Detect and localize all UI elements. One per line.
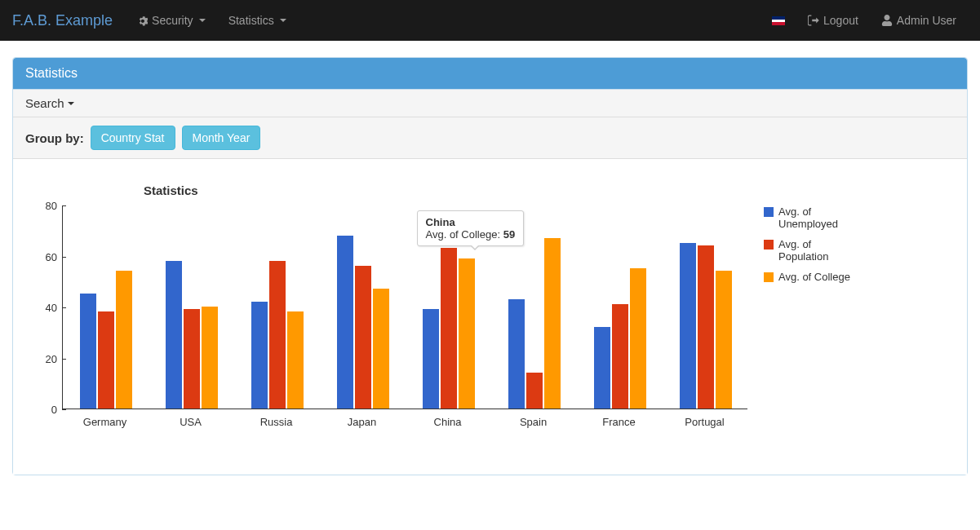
legend-label: Avg. of Unemployed (778, 205, 862, 230)
chart-bar[interactable] (166, 261, 182, 409)
tooltip-body: Avg. of College: 59 (426, 228, 516, 241)
groupby-label: Group by: (25, 131, 84, 145)
chart-bar[interactable] (441, 248, 457, 409)
groupby-month-button[interactable]: Month Year (182, 126, 261, 150)
chart-bar[interactable] (337, 236, 353, 409)
caret-icon (199, 19, 206, 22)
legend-swatch (764, 207, 774, 217)
nav-item-language[interactable] (760, 0, 796, 41)
navbar: F.A.B. Example Security Statistics Logou… (0, 0, 980, 41)
stats-panel: Statistics Search Group by: Country Stat… (12, 57, 968, 475)
y-tick-mark (62, 359, 66, 360)
nav-label: Security (152, 14, 193, 27)
tooltip-metric: Avg. of College: (426, 228, 503, 241)
chart-bar[interactable] (716, 271, 732, 409)
user-icon (881, 15, 893, 26)
x-tick-label: China (434, 416, 462, 428)
legend-item-unemployed[interactable]: Avg. of Unemployed (764, 205, 862, 230)
navbar-right: Logout Admin User (760, 0, 968, 41)
x-tick-label: Germany (83, 416, 126, 428)
chart-bar[interactable] (698, 245, 714, 409)
y-tick-label: 40 (29, 302, 62, 314)
legend-item-college[interactable]: Avg. of College (764, 271, 862, 283)
chart-bar[interactable] (251, 302, 268, 409)
y-tick-label: 60 (29, 250, 62, 263)
uk-flag-icon (772, 16, 785, 25)
search-label: Search (25, 96, 64, 110)
caret-icon (280, 19, 286, 22)
chart-bar[interactable] (184, 309, 200, 409)
nav-label: Admin User (897, 14, 956, 27)
y-tick-mark (62, 307, 66, 308)
brand-link[interactable]: F.A.B. Example (12, 12, 125, 29)
nav-item-user[interactable]: Admin User (870, 0, 968, 41)
y-tick-label: 80 (29, 200, 62, 212)
y-tick-mark (62, 409, 66, 410)
chart-bar[interactable] (594, 327, 610, 409)
chart-bar[interactable] (373, 289, 389, 409)
chart-bar[interactable] (287, 311, 304, 409)
chart-bar[interactable] (459, 258, 475, 409)
chart-bar[interactable] (630, 268, 646, 409)
y-tick-label: 20 (29, 352, 62, 364)
chart-bar[interactable] (526, 373, 543, 409)
nav-item-security[interactable]: Security (125, 0, 217, 41)
groupby-country-button[interactable]: Country Stat (91, 126, 175, 150)
groupby-bar: Group by: Country Stat Month Year (13, 117, 967, 159)
legend-item-population[interactable]: Avg. of Population (764, 238, 862, 263)
y-tick-mark (62, 257, 66, 258)
tooltip-title: China (426, 216, 516, 228)
legend-label: Avg. of College (778, 271, 850, 283)
chart-tooltip: China Avg. of College: 59 (417, 210, 525, 246)
nav-label: Logout (823, 14, 858, 27)
chart-plot: China Avg. of College: 59 020406080Germa… (29, 205, 747, 434)
legend-swatch (764, 240, 774, 250)
chart-bar[interactable] (680, 243, 696, 409)
chart-bar[interactable] (612, 304, 628, 409)
y-tick-mark (62, 205, 66, 206)
caret-icon (68, 102, 74, 105)
panel-title: Statistics (13, 58, 967, 90)
nav-label: Statistics (228, 14, 274, 27)
plot-area (62, 205, 747, 409)
chart-bar[interactable] (423, 309, 439, 409)
legend-label: Avg. of Population (778, 238, 862, 263)
x-tick-label: Russia (260, 416, 293, 428)
x-tick-label: USA (180, 416, 202, 428)
legend-swatch (764, 272, 774, 282)
x-tick-label: Japan (348, 416, 376, 428)
x-tick-label: Portugal (685, 416, 724, 428)
chart-area: Statistics China Avg. of College: 59 020… (13, 159, 967, 475)
logout-icon (808, 15, 819, 26)
chart-bar[interactable] (508, 299, 525, 409)
gears-icon (136, 15, 148, 26)
chart-title: Statistics (144, 183, 951, 197)
chart-bar[interactable] (116, 271, 132, 409)
x-tick-label: France (602, 416, 635, 428)
main-container: Statistics Search Group by: Country Stat… (0, 41, 980, 508)
y-tick-label: 0 (29, 404, 62, 416)
chart-bar[interactable] (544, 238, 561, 409)
chart-bar[interactable] (202, 307, 218, 409)
chart-bar[interactable] (355, 266, 371, 409)
chart-legend: Avg. of Unemployed Avg. of Population Av… (764, 205, 862, 434)
navbar-left: F.A.B. Example Security Statistics (12, 0, 298, 41)
nav-item-logout[interactable]: Logout (796, 0, 870, 41)
chart-bar[interactable] (80, 294, 96, 409)
chart-bar[interactable] (98, 311, 114, 409)
search-dropdown[interactable]: Search (13, 90, 967, 117)
chart-bar[interactable] (269, 261, 286, 409)
tooltip-value: 59 (503, 228, 515, 241)
nav-item-statistics[interactable]: Statistics (217, 0, 298, 41)
x-tick-label: Spain (520, 416, 547, 428)
